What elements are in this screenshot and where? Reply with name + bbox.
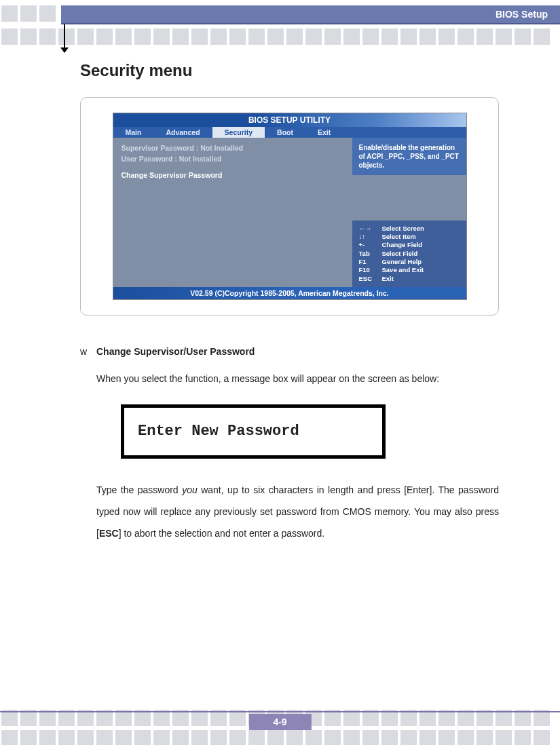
header-title: BIOS Setup	[496, 9, 548, 20]
change-supervisor-password: Change Supervisor Password	[122, 170, 344, 181]
item-heading: Change Supervisor/User Password	[96, 343, 255, 361]
bios-title: BIOS SETUP UTILITY	[113, 113, 466, 127]
deco-squares-top	[0, 27, 560, 47]
paragraph-1: When you select the function, a message …	[96, 368, 499, 389]
bios-footer: V02.59 (C)Copyright 1985-2005, American …	[113, 287, 466, 299]
paragraph-2: Type the password you want, up to six ch…	[96, 479, 499, 545]
bios-tab-security: Security	[212, 127, 265, 138]
page-number: 4-9	[248, 714, 311, 730]
supervisor-password-status: Supervisor Password : Not Installed	[122, 143, 344, 154]
bios-tab-boot: Boot	[265, 127, 305, 138]
arrow-down-icon	[64, 24, 65, 49]
bullet: w	[80, 343, 96, 361]
bios-right-panel: Enable/disable the generation of ACPI _P…	[352, 138, 466, 287]
bios-screenshot-frame: BIOS SETUP UTILITY Main Advanced Securit…	[80, 97, 499, 316]
deco-squares-bottom-2	[0, 729, 560, 745]
bios-tab-exit: Exit	[305, 127, 343, 138]
bios-tab-advanced: Advanced	[153, 127, 212, 138]
bios-left-panel: Supervisor Password : Not Installed User…	[113, 138, 352, 287]
deco-squares-top-left	[0, 4, 60, 24]
user-password-status: User Password : Not Installed	[122, 154, 344, 165]
page-title: Security menu	[80, 61, 499, 80]
bios-tab-main: Main	[113, 127, 154, 138]
bios-key-help: ←→Select Screen ↓↑Select Item +-Change F…	[352, 221, 466, 287]
bios-help-text: Enable/disable the generation of ACPI _P…	[352, 138, 466, 175]
password-prompt-box: Enter New Password	[121, 404, 386, 459]
bios-tabs: Main Advanced Security Boot Exit	[113, 127, 466, 138]
header-bar: BIOS Setup	[61, 5, 560, 24]
footer-rule	[0, 711, 560, 712]
bios-window: BIOS SETUP UTILITY Main Advanced Securit…	[113, 113, 467, 300]
